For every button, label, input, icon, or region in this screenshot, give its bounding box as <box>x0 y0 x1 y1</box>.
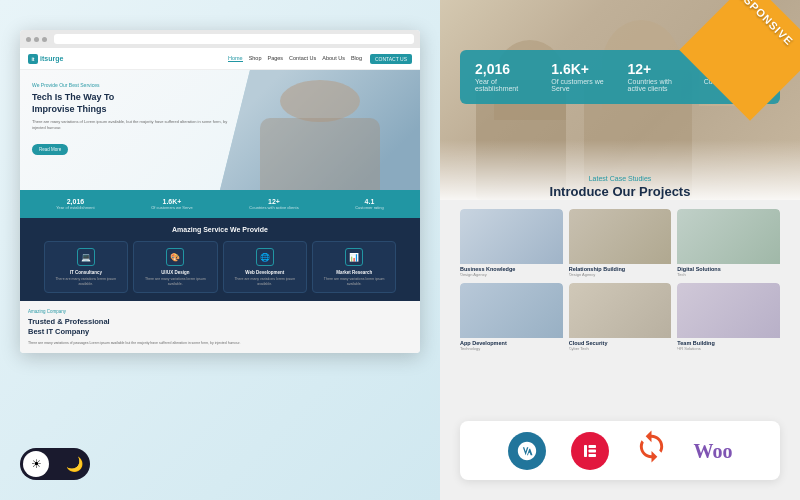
service-desc-4: There are many variations lorem ipsum av… <box>317 277 391 286</box>
right-panel: RESPONSIVE 2,016 Year of establishment 1… <box>440 0 800 500</box>
contact-btn[interactable]: CONTACT US <box>370 54 412 64</box>
toggle-circle: ☀ <box>23 451 49 477</box>
nav-about[interactable]: About Us <box>322 55 345 62</box>
hero-subtitle: We Provide Our Best Services <box>32 82 228 88</box>
svg-rect-0 <box>584 445 587 457</box>
nav-contact[interactable]: Contact Us <box>289 55 316 62</box>
browser-dot-red <box>26 37 31 42</box>
stat-item-1: 2,016 Year of establishment <box>56 198 94 210</box>
site-navbar: it itsurge Home Shop Pages Contact Us Ab… <box>20 48 420 70</box>
services-grid: 💻 IT Consultancy There are many variatio… <box>28 241 412 293</box>
project-card-3[interactable]: Digital Solutions Tech <box>677 209 780 277</box>
project-sublabel-3: Tech <box>677 272 780 277</box>
stat-item-2: 1.6K+ Of customers we Serve <box>151 198 193 210</box>
badge-background <box>679 0 800 121</box>
nav-home[interactable]: Home <box>228 55 243 62</box>
project-image-5 <box>569 283 672 338</box>
nav-blog[interactable]: Blog <box>351 55 362 62</box>
hero-content: We Provide Our Best Services Tech Is The… <box>20 70 240 190</box>
stat-label-4: Customer rating <box>355 205 383 210</box>
service-name-1: IT Consultancy <box>49 270 123 275</box>
project-card-6[interactable]: Team Building HR Solutions <box>677 283 780 351</box>
toggle-moon-icon: 🌙 <box>66 456 83 472</box>
stat-number-3: 12+ <box>249 198 298 205</box>
tech-logos-bar: Woo <box>460 421 780 480</box>
stat-item-4: 4.1 Customer rating <box>355 198 383 210</box>
project-sublabel-5: Cyber Tech <box>569 346 672 351</box>
service-card-2: 🎨 UI/UX Design There are many variations… <box>133 241 217 293</box>
svg-rect-1 <box>588 445 596 448</box>
services-title: Amazing Service We Provide <box>28 226 412 233</box>
company-title: Trusted & ProfessionalBest IT Company <box>28 317 412 337</box>
project-image-2 <box>569 209 672 264</box>
projects-section: Latest Case Studies Introduce Our Projec… <box>460 175 780 351</box>
nav-shop[interactable]: Shop <box>249 55 262 62</box>
company-badge: Amazing Company <box>28 309 412 314</box>
stat-label-1: Year of establishment <box>56 205 94 210</box>
hero-description: There are many variations of Lorem ipsum… <box>32 119 228 130</box>
project-card-2[interactable]: Relationship Building Design Agency <box>569 209 672 277</box>
stat-label-2: Of customers we Serve <box>151 205 193 210</box>
elementor-logo <box>571 432 609 470</box>
service-card-1: 💻 IT Consultancy There are many variatio… <box>44 241 128 293</box>
stats-panel-item-1: 2,016 Year of establishment <box>475 62 536 92</box>
stats-panel-label-1: Year of establishment <box>475 78 536 92</box>
hero-person-image <box>220 70 420 190</box>
service-name-3: Web Development <box>228 270 302 275</box>
project-sublabel-6: HR Solutions <box>677 346 780 351</box>
hero-title: Tech Is The Way ToImprovise Things <box>32 92 228 115</box>
wordpress-logo <box>508 432 546 470</box>
projects-subtitle: Latest Case Studies <box>460 175 780 182</box>
stats-panel-label-2: Of customers we Serve <box>551 78 612 92</box>
svg-rect-2 <box>588 449 596 452</box>
browser-dot-yellow <box>34 37 39 42</box>
services-section: Amazing Service We Provide 💻 IT Consulta… <box>20 218 420 301</box>
hero-cta-button[interactable]: Read More <box>32 144 68 155</box>
stats-bar: 2,016 Year of establishment 1.6K+ Of cus… <box>20 190 420 218</box>
project-image-4 <box>460 283 563 338</box>
projects-grid: Business Knowledge Design Agency Relatio… <box>460 209 780 351</box>
service-name-4: Market Research <box>317 270 391 275</box>
svg-rect-3 <box>588 454 596 457</box>
stats-panel-item-3: 12+ Countries with active clients <box>628 62 689 92</box>
browser-dot-green <box>42 37 47 42</box>
main-container: it itsurge Home Shop Pages Contact Us Ab… <box>0 0 800 500</box>
nav-pages[interactable]: Pages <box>267 55 283 62</box>
stat-number-4: 4.1 <box>355 198 383 205</box>
service-icon-4: 📊 <box>345 248 363 266</box>
responsive-badge: RESPONSIVE <box>690 0 800 110</box>
stats-panel-num-2: 1.6K+ <box>551 62 612 76</box>
dark-mode-toggle[interactable]: ☀ 🌙 <box>20 448 90 480</box>
stats-panel-label-3: Countries with active clients <box>628 78 689 92</box>
logo-text: itsurge <box>40 55 63 62</box>
service-name-2: UI/UX Design <box>138 270 212 275</box>
project-sublabel-4: Technology <box>460 346 563 351</box>
service-desc-3: There are many variations lorem ipsum av… <box>228 277 302 286</box>
hero-section: We Provide Our Best Services Tech Is The… <box>20 70 420 190</box>
project-image-1 <box>460 209 563 264</box>
service-icon-3: 🌐 <box>256 248 274 266</box>
project-sublabel-1: Design Agency <box>460 272 563 277</box>
project-card-5[interactable]: Cloud Security Cyber Tech <box>569 283 672 351</box>
stats-panel-item-2: 1.6K+ Of customers we Serve <box>551 62 612 92</box>
stats-panel-num-3: 12+ <box>628 62 689 76</box>
projects-title: Introduce Our Projects <box>460 184 780 199</box>
stat-label-3: Countries with active clients <box>249 205 298 210</box>
service-icon-1: 💻 <box>77 248 95 266</box>
service-desc-1: There are many variations lorem ipsum av… <box>49 277 123 286</box>
browser-url-bar <box>54 34 414 44</box>
logo-icon: it <box>28 54 38 64</box>
stats-panel-num-1: 2,016 <box>475 62 536 76</box>
service-icon-2: 🎨 <box>166 248 184 266</box>
project-sublabel-2: Design Agency <box>569 272 672 277</box>
browser-mockup: it itsurge Home Shop Pages Contact Us Ab… <box>20 30 420 353</box>
project-card-4[interactable]: App Development Technology <box>460 283 563 351</box>
project-card-1[interactable]: Business Knowledge Design Agency <box>460 209 563 277</box>
service-card-3: 🌐 Web Development There are many variati… <box>223 241 307 293</box>
project-image-3 <box>677 209 780 264</box>
company-description: There are many variations of passages Lo… <box>28 341 412 346</box>
site-logo: it itsurge <box>28 54 63 64</box>
project-image-6 <box>677 283 780 338</box>
company-text: Amazing Company Trusted & ProfessionalBe… <box>28 309 412 345</box>
service-card-4: 📊 Market Research There are many variati… <box>312 241 396 293</box>
